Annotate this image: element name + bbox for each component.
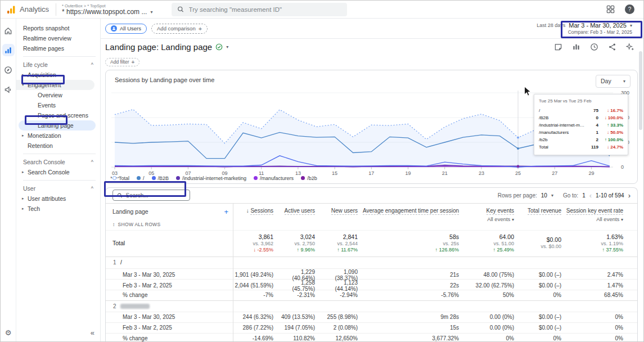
prev-page-icon[interactable]: ‹ <box>589 191 592 200</box>
table-search-input[interactable] <box>126 192 186 199</box>
legend-dot-icon <box>152 176 156 180</box>
rate-events-filter[interactable]: All events ▾ <box>566 216 623 222</box>
admin-gear-icon[interactable]: ⚙ <box>5 328 12 337</box>
sidebar-section-life-cycle[interactable]: Life cycle^ <box>16 60 100 70</box>
all-users-chip[interactable]: All Users <box>105 24 147 34</box>
insights-time-icon[interactable] <box>590 43 598 51</box>
column-total-revenue[interactable]: Total revenue <box>519 208 566 214</box>
data-quality-check-icon[interactable] <box>215 43 223 51</box>
share-icon[interactable] <box>608 43 616 51</box>
tree-arrow-icon: ▸ <box>22 196 28 201</box>
sidebar-item-reports-snapshot[interactable]: Reports snapshot <box>16 23 100 33</box>
sidebar-item-landing-page[interactable]: Landing page <box>19 120 96 130</box>
date-preset: Last 28 days <box>537 22 565 28</box>
legend-item-total[interactable]: Total <box>112 176 129 181</box>
advertising-icon[interactable] <box>2 83 15 96</box>
tree-arrow-icon: ▾ <box>22 83 28 87</box>
sidebar-item-retention[interactable]: Retention <box>16 141 100 151</box>
help-icon[interactable]: ? <box>625 4 634 14</box>
show-all-rows-button[interactable]: ↕ SHOW ALL ROWS <box>112 222 228 227</box>
divider <box>23 56 96 57</box>
sidebar-item-acquisition[interactable]: ▸Acquisition <box>16 70 100 80</box>
legend-item-industrial-internet-marketing[interactable]: /industrial-internet-marketing <box>176 176 246 181</box>
chevron-down-icon[interactable]: ▾ <box>226 44 228 50</box>
table-body: 1/Mar 3 - Mar 30, 20251,901 (49.24%)1,22… <box>106 257 637 342</box>
column-new-users[interactable]: New users <box>319 208 362 214</box>
sidebar-item-realtime-pages[interactable]: Realtime pages <box>16 43 100 53</box>
column-avg-engagement-time[interactable]: Average engagement time per session <box>362 208 463 214</box>
icon-rail: ⚙ <box>1 19 16 342</box>
metric-cell: 58svs. 25s↑ 126.86% <box>362 233 463 253</box>
sidebar-section-user[interactable]: User^ <box>16 183 100 194</box>
analytics-logo[interactable]: Analytics <box>1 4 55 15</box>
svg-text:23: 23 <box>479 170 484 176</box>
explore-icon[interactable] <box>2 64 15 76</box>
scrollbar-thumb[interactable] <box>639 51 642 130</box>
key-events-filter[interactable]: All events ▾ <box>463 216 514 222</box>
collapse-nav-icon[interactable]: « <box>91 328 94 337</box>
main-content: All Users Add comparison + Last 28 days … <box>101 19 643 342</box>
tooltip-date-header: Tue 25 Mar vs Tue 25 Feb <box>539 98 623 104</box>
sidebar-item-realtime-overview[interactable]: Realtime overview <box>16 33 100 43</box>
sidebar-item-overview[interactable]: Overview <box>16 90 100 100</box>
chevron-down-icon[interactable]: ▾ <box>551 193 553 198</box>
column-key-events[interactable]: Key events All events ▾ <box>463 208 519 222</box>
plus-icon: + <box>199 25 202 32</box>
property-picker[interactable]: * OuterBox > * TopSpot * https://www.top… <box>62 3 152 16</box>
add-comparison-button[interactable]: Add comparison + <box>151 24 208 34</box>
top-app-bar: Analytics * OuterBox > * TopSpot * https… <box>1 1 643 19</box>
table-search[interactable] <box>112 190 190 201</box>
legend-dot-icon <box>112 176 116 180</box>
table-pagination: Rows per page: 10 ▾ Go to: 1 ‹ 1-10 of 5… <box>498 191 631 200</box>
rows-per-page-select[interactable]: 10 <box>541 192 547 199</box>
legend-item-[interactable]: / <box>137 176 145 181</box>
apps-grid-icon[interactable] <box>606 5 615 14</box>
comparison-band: All Users Add comparison + Last 28 days … <box>101 19 643 39</box>
sidebar-section-search-console[interactable]: Search Console^ <box>16 157 100 167</box>
date-range-picker[interactable]: Last 28 days Mar 3 - Mar 30, 2025 ▾ Comp… <box>533 21 636 36</box>
tooltip-row: /B2B0↓ 100.0% <box>539 114 623 122</box>
customize-report-icon[interactable] <box>572 43 580 51</box>
insights-sparkle-icon[interactable] <box>626 43 634 51</box>
column-sessions[interactable]: ↓ Sessions <box>233 208 278 214</box>
chart-tooltip: Tue 25 Mar vs Tue 25 Feb /75↓ 16.7%/B2B0… <box>534 94 628 155</box>
column-landing-page[interactable]: Landing page <box>112 208 148 215</box>
note-icon[interactable] <box>554 43 562 51</box>
landing-page-value <box>120 304 233 309</box>
sidebar-item-engagement[interactable]: ▾Engagement <box>16 80 94 90</box>
svg-text:21: 21 <box>442 170 448 176</box>
next-page-icon[interactable]: › <box>628 191 631 200</box>
legend-item-b2b[interactable]: /b2b <box>301 176 317 181</box>
sidebar-item-monetization[interactable]: ▸Monetization <box>16 130 100 141</box>
table-row: % change-7%-2.31%-2.94%-5.76%50%0%68.45% <box>106 290 637 300</box>
sidebar-item-tech[interactable]: ▸Tech <box>16 204 100 214</box>
global-search[interactable] <box>172 3 347 16</box>
sidebar-item-user-attributes[interactable]: ▸User attributes <box>16 194 100 204</box>
global-search-input[interactable] <box>189 6 342 13</box>
tree-arrow-icon: ▸ <box>22 73 28 77</box>
granularity-select[interactable]: Day ▾ <box>596 75 631 88</box>
table-row: % change-14.69%110.82%12,650%3,677.32%0%… <box>106 333 637 342</box>
sidebar-item-search-console[interactable]: ▸Search Console <box>16 167 100 177</box>
table-row-dimension: 2 <box>106 300 637 312</box>
legend-item-b2b[interactable]: /B2B <box>152 176 169 181</box>
all-users-label: All Users <box>120 25 141 32</box>
plus-icon: + <box>132 59 135 65</box>
goto-page-input[interactable]: 1 <box>582 192 586 199</box>
column-active-users[interactable]: Active users <box>278 208 319 214</box>
table-totals-row: Total 3,861vs. 3,962↓ -2.55%3,024vs. 2,7… <box>106 230 637 257</box>
add-dimension-icon[interactable]: + <box>224 208 228 216</box>
legend-dot-icon <box>176 176 180 180</box>
column-session-key-event-rate[interactable]: Session key event rate All events ▾ <box>566 208 628 222</box>
sidebar-item-events[interactable]: Events <box>16 100 100 110</box>
landing-page-table-card: Rows per page: 10 ▾ Go to: 1 ‹ 1-10 of 5… <box>105 187 638 342</box>
tooltip-row: /industrial-internet-marketing4↑ 33.3% <box>539 122 623 129</box>
reports-icon[interactable] <box>2 44 15 56</box>
chevron-down-icon: ▾ <box>630 23 632 28</box>
add-filter-button[interactable]: Add filter + <box>105 58 139 66</box>
home-icon[interactable] <box>2 24 15 37</box>
sidebar-item-pages-and-screens[interactable]: Pages and screens <box>16 110 100 120</box>
table-header: Landing page + ↕ SHOW ALL ROWS ↓ Session… <box>106 204 637 230</box>
legend-item-manufacturers[interactable]: /manufacturers <box>254 176 294 181</box>
tooltip-row: /manufacturers1↓ 50.0% <box>539 129 623 136</box>
